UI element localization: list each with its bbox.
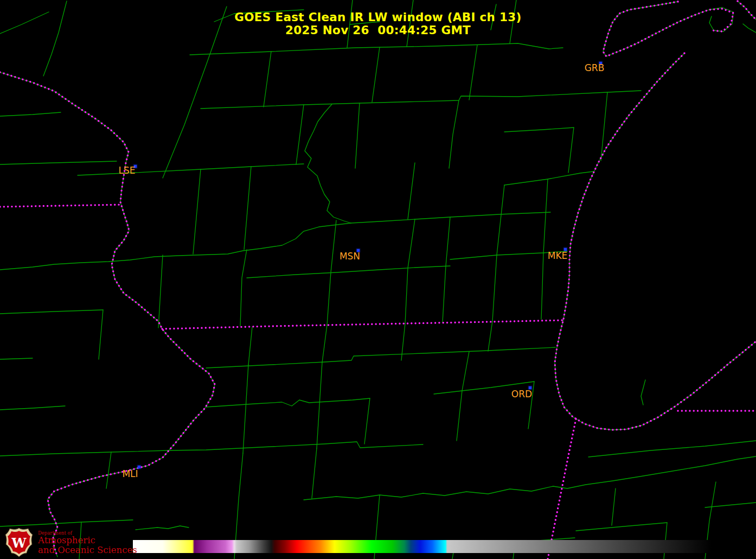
logo-name-line-2: and Oceanic Sciences	[38, 545, 137, 555]
logo-name-line-1: Atmospheric	[38, 536, 137, 545]
station-label-MLI: MLI	[122, 468, 138, 479]
lake-and-river-shorelines	[0, 1, 756, 557]
wisconsin-illinois-border	[162, 320, 562, 329]
temperature-color-scale-bar	[133, 540, 729, 553]
svg-text:W: W	[11, 535, 27, 551]
satellite-map-view: GOES East Clean IR LW window (ABI ch 13)…	[0, 0, 756, 559]
station-label-LSE: LSE	[118, 165, 135, 176]
uw-crest-icon: W	[4, 528, 34, 558]
station-label-MSN: MSN	[339, 251, 360, 262]
county-boundary-lines	[0, 0, 756, 559]
station-dot-MLI	[138, 466, 140, 468]
logo-text: Department of Atmospheric and Oceanic Sc…	[38, 530, 137, 555]
state-border-dotted-lines	[0, 1, 756, 559]
lake-michigan-border	[555, 53, 756, 430]
map-canvas	[0, 0, 756, 559]
minnesota-iowa-border	[0, 205, 123, 207]
mississippi-river-border	[0, 72, 215, 557]
lake-michigan-shoreline	[555, 53, 756, 430]
station-label-MKE: MKE	[548, 250, 568, 261]
uw-aos-logo: W Department of Atmospheric and Oceanic …	[4, 528, 137, 558]
station-label-ORD: ORD	[511, 389, 532, 399]
mississippi-river-line	[0, 72, 215, 557]
northeast-shore-fragment-2	[743, 24, 756, 33]
green-bay-border	[603, 2, 733, 56]
station-label-GRB: GRB	[585, 62, 605, 73]
